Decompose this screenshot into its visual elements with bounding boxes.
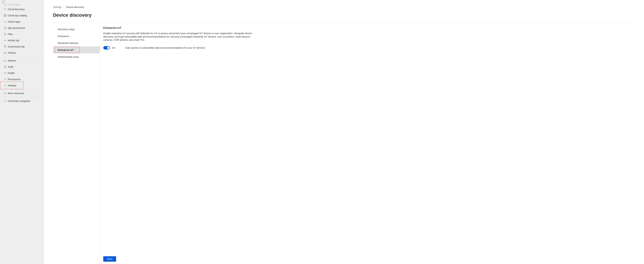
sidebar-item-label: Files (8, 33, 13, 35)
sidebar-item-health[interactable]: Health (0, 70, 44, 76)
sidebar-item-label: Health (8, 72, 14, 74)
svg-point-16 (5, 85, 6, 86)
sidebar-item-governance-log[interactable]: Governance log (0, 43, 44, 50)
subnav-item-exclusions[interactable]: Exclusions (53, 33, 100, 40)
sidebar: ☁ Cloud apps Cloud discovery Cloud app c… (0, 0, 44, 264)
sidebar-item-cloud-apps[interactable]: ☁ Cloud apps (0, 4, 44, 6)
cloud-discovery-icon (3, 8, 7, 11)
breadcrumb: Settings Device discovery (53, 6, 635, 8)
sidebar-item-more-resources[interactable]: More resources (0, 90, 44, 96)
key-icon (3, 78, 7, 81)
chevron-right-icon (63, 6, 65, 8)
main-content: Settings Device discovery Device discove… (44, 0, 644, 264)
sidebar-item-label: Permissions (8, 78, 20, 81)
toggle-state-label: On (112, 46, 124, 49)
subnav-item-authenticated-scans[interactable]: Authenticated scans (53, 53, 100, 60)
sidebar-item-label: App governance (8, 27, 25, 29)
svg-rect-0 (4, 14, 5, 15)
save-button[interactable]: Save (103, 256, 116, 262)
subnav-item-label: Authenticated scans (58, 56, 79, 58)
sidebar-item-cloud-discovery[interactable]: Cloud discovery (0, 6, 44, 12)
subnav-item-label: Monitored networks (58, 42, 78, 44)
sidebar-item-oauth-apps[interactable]: OAuth apps (0, 18, 44, 25)
breadcrumb-root[interactable]: Settings (53, 6, 62, 8)
policies-icon (3, 51, 7, 54)
page-title: Device discovery (53, 12, 635, 18)
settings-panel: Enterprise IoT Enable enterprise IoT sec… (100, 23, 635, 264)
svg-rect-1 (5, 14, 6, 15)
panel-heading: Enterprise IoT (103, 26, 635, 29)
sidebar-item-label: Audit (8, 65, 13, 68)
audit-icon (3, 65, 7, 68)
sidebar-item-label: Cloud apps (8, 4, 20, 6)
subnav-item-label: Exclusions (58, 35, 69, 37)
subnav-item-label: Enterprise IoT (53, 49, 74, 51)
panel-description: Enable enterprise IoT security with Defe… (103, 32, 258, 42)
breadcrumb-leaf[interactable]: Device discovery (66, 6, 84, 8)
chevron-down-icon (39, 51, 41, 54)
sidebar-item-label: OAuth apps (8, 20, 20, 23)
subnav-item-label: Discovery setup (58, 28, 74, 31)
svg-rect-3 (5, 16, 6, 16)
sidebar-item-cloud-app-catalog[interactable]: Cloud app catalog (0, 12, 44, 18)
activity-icon (3, 39, 7, 42)
sidebar-item-settings[interactable]: Settings (0, 82, 44, 89)
oauth-icon (3, 20, 7, 23)
chart-icon (3, 59, 7, 62)
sidebar-item-reports[interactable]: Reports (0, 57, 44, 64)
clipboard-icon (3, 27, 7, 29)
sidebar-item-activity-log[interactable]: Activity log (0, 37, 44, 43)
toggle-row: On Gain access to vulnerability data and… (103, 46, 635, 49)
file-icon (3, 33, 7, 35)
enterprise-iot-toggle[interactable] (103, 46, 110, 49)
sidebar-item-files[interactable]: Files (0, 31, 44, 37)
subnav-item-discovery-setup[interactable]: Discovery setup (53, 26, 100, 33)
svg-rect-2 (4, 16, 5, 16)
gear-icon (3, 84, 7, 87)
svg-point-12 (6, 52, 6, 53)
catalog-icon (3, 14, 7, 17)
info-icon (3, 92, 7, 95)
sidebar-item-label: More resources (8, 92, 24, 95)
svg-point-15 (4, 79, 5, 80)
sidebar-item-label: Reports (8, 59, 16, 62)
sidebar-item-permissions[interactable]: Permissions (0, 76, 44, 82)
sidebar-item-app-governance[interactable]: App governance (0, 25, 44, 31)
subnav-item-monitored-networks[interactable]: Monitored networks (53, 40, 100, 46)
sidebar-item-label: Settings (8, 84, 16, 87)
toggle-description: Gain access to vulnerability data and re… (126, 46, 205, 49)
cloud-icon: ☁ (3, 4, 7, 6)
sidebar-item-label: Customize navigation (8, 100, 30, 102)
sidebar-item-label: Activity log (8, 39, 19, 42)
sidebar-item-audit[interactable]: Audit (0, 64, 44, 70)
clipboard-icon (3, 45, 7, 48)
health-icon (3, 72, 7, 74)
sidebar-item-label: Governance log (8, 45, 24, 48)
subnav: Discovery setup Exclusions Monitored net… (53, 23, 100, 264)
svg-point-9 (6, 40, 6, 41)
toggle-knob (107, 47, 110, 49)
svg-point-8 (4, 40, 5, 41)
pencil-icon (3, 100, 7, 102)
subnav-item-enterprise-iot[interactable]: Enterprise IoT (53, 46, 100, 53)
sidebar-item-label: Cloud discovery (8, 8, 25, 11)
sidebar-item-customize-navigation[interactable]: Customize navigation (0, 98, 44, 104)
sidebar-item-label: Policies (8, 51, 16, 54)
sidebar-item-label: Cloud app catalog (8, 14, 27, 17)
sidebar-item-policies[interactable]: Policies (0, 50, 44, 56)
hamburger-menu-icon[interactable] (2, 1, 5, 3)
